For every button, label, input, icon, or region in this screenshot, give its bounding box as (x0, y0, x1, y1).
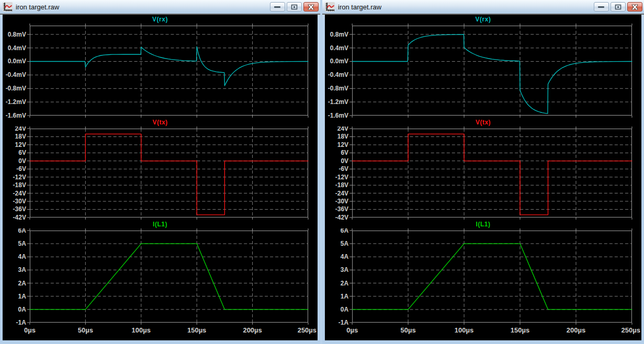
y-tick-label: 18V (15, 133, 26, 140)
pane-title-il1[interactable]: I(L1) (325, 221, 641, 228)
close-button[interactable] (303, 2, 319, 12)
y-tick-label: 5A (18, 240, 27, 247)
y-tick-label: 4A (341, 253, 349, 260)
y-tick-label: -1A (16, 319, 27, 326)
y-tick-label: 0.4mV (330, 44, 348, 52)
window-controls (592, 2, 642, 12)
y-tick-label: 6A (341, 228, 349, 234)
y-tick-label: 6V (18, 149, 26, 156)
waveform-window-left: iron target.raw V(rx) 0.8 (0, 0, 320, 344)
x-tick-label: 50µs (78, 326, 93, 334)
plot-border (353, 231, 632, 323)
x-tick-label: 0µs (24, 326, 36, 334)
close-button[interactable] (627, 2, 642, 12)
y-tick-label: -6V (16, 165, 26, 173)
minimize-button[interactable] (270, 2, 285, 12)
y-tick-label: -0.8mV (328, 85, 348, 92)
window-title: iron target.raw (338, 3, 381, 11)
restore-button[interactable] (611, 2, 626, 12)
plot-border (353, 129, 632, 217)
trace-il1 (352, 244, 632, 309)
y-tick-label: 3A (341, 266, 349, 273)
pane-title-vrx[interactable]: V(rx) (3, 16, 318, 24)
y-tick-label: -18V (13, 181, 26, 189)
y-tick-label: 6A (18, 228, 27, 234)
x-tick-label: 50µs (400, 326, 415, 334)
y-tick-label: -1.2mV (6, 98, 26, 106)
plot-pane-vtx[interactable]: 24V18V12V6V0V-6V-12V-18V-24V-30V-36V-42V (3, 127, 318, 220)
close-icon (631, 4, 638, 10)
trace-vrx (30, 47, 308, 86)
restore-icon (291, 4, 298, 10)
waveform-app-icon[interactable] (325, 2, 335, 12)
restore-icon (615, 4, 622, 10)
y-tick-label: 6V (341, 149, 348, 156)
y-tick-label: 5A (341, 240, 349, 247)
waveform-app-icon[interactable] (3, 2, 13, 12)
y-tick-label: -30V (13, 198, 26, 205)
y-tick-label: -42V (335, 214, 348, 220)
x-tick-label: 100µs (455, 326, 474, 334)
trace-vtx (30, 134, 308, 215)
plot-pane-il1[interactable]: 6A5A4A3A2A1A0A-1A0µs50µs100µs150µs200µs2… (325, 228, 641, 338)
y-tick-label: -12V (335, 174, 348, 181)
y-tick-label: -18V (335, 181, 348, 189)
y-tick-label: -1.6mV (328, 112, 348, 118)
y-tick-label: 0.4mV (8, 44, 26, 52)
window-title: iron target.raw (16, 3, 59, 11)
y-tick-label: -12V (13, 174, 26, 181)
y-tick-label: 0.8mV (8, 31, 26, 38)
x-tick-label: 200µs (243, 326, 262, 334)
window-controls (268, 2, 319, 12)
y-tick-label: -42V (13, 214, 26, 220)
y-tick-label: 12V (15, 141, 26, 148)
titlebar[interactable]: iron target.raw (0, 0, 320, 15)
trace-il1 (30, 244, 308, 309)
close-icon (308, 4, 314, 10)
restore-button[interactable] (287, 2, 302, 12)
y-tick-label: 3A (18, 266, 27, 273)
plot-client-area: V(rx) 0.8mV0.4mV0.0mV-0.4mV-0.8mV-1.2mV-… (325, 15, 641, 340)
pane-title-il1[interactable]: I(L1) (3, 221, 318, 228)
y-tick-label: -0.8mV (6, 85, 26, 92)
x-tick-label: 200µs (567, 326, 586, 334)
trace-vtx (352, 134, 632, 215)
y-tick-label: -24V (335, 190, 348, 197)
waveform-window-right: iron target.raw V(rx) 0.8 (322, 0, 644, 344)
y-tick-label: -6V (338, 165, 348, 173)
y-tick-label: 0A (18, 306, 27, 313)
y-tick-label: 2A (18, 280, 27, 287)
y-tick-label: 18V (337, 133, 348, 141)
y-tick-label: 12V (337, 141, 348, 148)
y-tick-label: 4A (18, 253, 27, 260)
x-tick-label: 0µs (346, 326, 358, 334)
plot-border (30, 231, 308, 323)
titlebar[interactable]: iron target.raw (322, 0, 644, 15)
minimize-button[interactable] (594, 2, 609, 12)
y-tick-label: 24V (15, 127, 26, 132)
y-tick-label: 0.0mV (8, 58, 26, 65)
y-tick-label: -36V (13, 205, 26, 213)
plot-pane-vtx[interactable]: 24V18V12V6V0V-6V-12V-18V-24V-30V-36V-42V (325, 127, 641, 220)
pane-title-vrx[interactable]: V(rx) (325, 16, 641, 24)
plot-client-area: V(rx) 0.8mV0.4mV0.0mV-0.4mV-0.8mV-1.2mV-… (3, 15, 318, 340)
x-tick-label: 150µs (511, 326, 530, 334)
x-tick-label: 150µs (187, 326, 206, 334)
plot-pane-vrx[interactable]: 0.8mV0.4mV0.0mV-0.4mV-0.8mV-1.2mV-1.6mV (3, 24, 318, 118)
y-tick-label: -1.6mV (6, 112, 26, 118)
y-tick-label: -1.2mV (328, 98, 348, 106)
pane-title-vtx[interactable]: V(tx) (325, 119, 641, 127)
y-tick-label: -30V (335, 198, 348, 205)
y-tick-label: -0.4mV (328, 71, 348, 78)
y-tick-label: 1A (18, 293, 27, 300)
y-tick-label: -0.4mV (6, 71, 26, 78)
plot-border (30, 129, 308, 217)
trace-vrx (352, 35, 632, 113)
pane-title-vtx[interactable]: V(tx) (3, 119, 318, 127)
minimize-icon (274, 4, 281, 9)
plot-pane-vrx[interactable]: 0.8mV0.4mV0.0mV-0.4mV-0.8mV-1.2mV-1.6mV (325, 24, 641, 118)
y-tick-label: 2A (341, 280, 349, 287)
y-tick-label: 24V (337, 127, 348, 132)
y-tick-label: -36V (335, 206, 348, 213)
plot-pane-il1[interactable]: 6A5A4A3A2A1A0A-1A0µs50µs100µs150µs200µs2… (3, 228, 318, 338)
